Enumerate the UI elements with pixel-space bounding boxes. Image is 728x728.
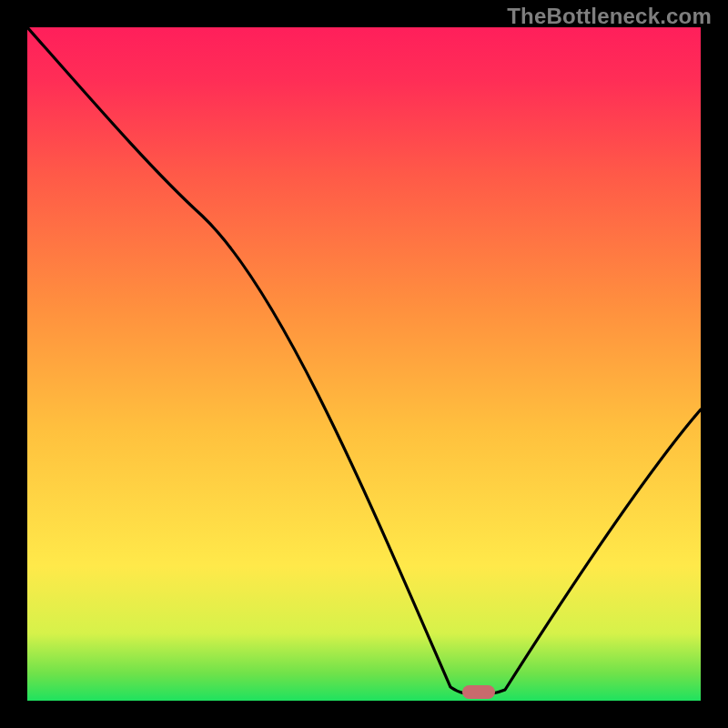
plot-svg (27, 27, 701, 701)
plot-area (27, 27, 701, 701)
valley-marker (462, 685, 495, 699)
watermark-text: TheBottleneck.com (507, 4, 712, 29)
bottleneck-curve (27, 27, 701, 695)
chart-frame: TheBottleneck.com (0, 0, 728, 728)
